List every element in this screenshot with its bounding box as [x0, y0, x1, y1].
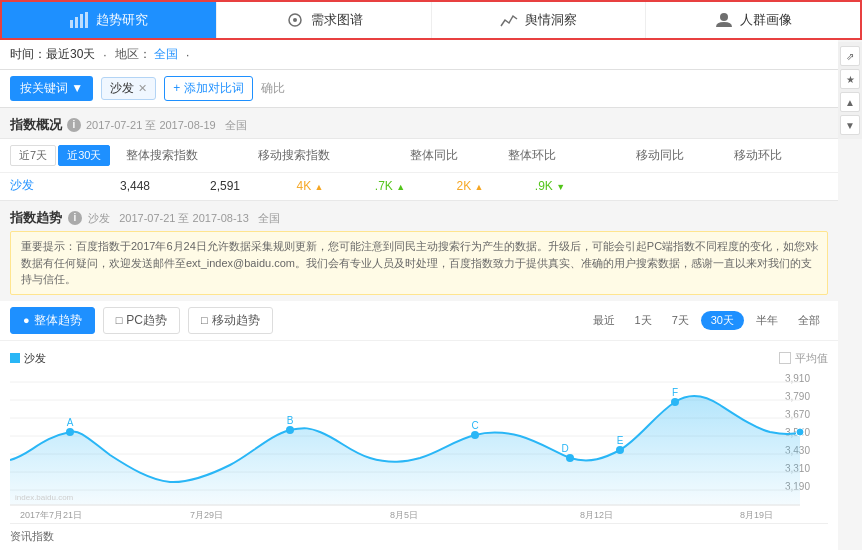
avg-label: 平均值 — [795, 351, 828, 366]
mobile-yoy-arrow — [475, 179, 484, 193]
keyword-text: 沙发 — [110, 80, 134, 97]
chart-tab-mobile-label: 移动趋势 — [212, 312, 260, 329]
chart-tab-overall[interactable]: ● 整体趋势 — [10, 307, 95, 334]
sentiment-icon — [499, 12, 519, 28]
sub-chart-svg: 18 — [10, 546, 820, 551]
svg-rect-2 — [80, 14, 83, 28]
region-link[interactable]: 全国 — [154, 47, 178, 61]
chart-tab-mobile[interactable]: □ 移动趋势 — [188, 307, 273, 334]
svg-text:B: B — [287, 415, 294, 426]
chart-legend: 沙发 平均值 — [10, 347, 828, 370]
chart-tab-pc-label: PC趋势 — [126, 312, 167, 329]
legend-keyword: 沙发 — [24, 351, 46, 366]
svg-point-29 — [616, 446, 624, 454]
svg-rect-0 — [70, 20, 73, 28]
clear-button[interactable]: 确比 — [261, 80, 285, 97]
col-overall-mom: 整体环比 — [508, 147, 556, 164]
time-btn-1d[interactable]: 1天 — [627, 311, 660, 330]
filter-bar: 时间：最近30天 · 地区： 全国 · — [0, 40, 838, 70]
svg-point-6 — [720, 13, 728, 21]
chart-svg-container: 3,910 3,790 3,670 3,550 3,430 3,310 3,19… — [10, 370, 828, 523]
time-btn-30d[interactable]: 30天 — [701, 311, 744, 330]
trend-section: 指数趋势 i 沙发 2017-07-21 至 2017-08-13 全国 重要提… — [0, 201, 838, 550]
row-overall-search: 3,448 — [90, 179, 180, 193]
time-btn-halfyear[interactable]: 半年 — [748, 311, 786, 330]
period-tab-7d[interactable]: 近7天 — [10, 145, 56, 166]
trend-meta: 沙发 2017-07-21 至 2017-08-13 全国 — [88, 211, 280, 226]
chart-controls: ● 整体趋势 □ PC趋势 □ 移动趋势 最近 1天 7天 30天 半年 — [0, 301, 838, 341]
up-button[interactable]: ▲ — [840, 92, 860, 112]
top-nav: 趋势研究 需求图谱 舆情洞察 人群画像 — [0, 0, 862, 40]
period-tabs: 近7天 近30天 — [10, 145, 110, 166]
svg-point-23 — [286, 426, 294, 434]
chart-tab-overall-label: 整体趋势 — [34, 312, 82, 329]
stats-header: 近7天 近30天 整体搜索指数 移动搜索指数 整体同比 整体环比 移动同比 移动… — [0, 139, 838, 173]
sub-chart-area: 资讯指数 18 — [10, 523, 828, 551]
filter-divider2: · — [186, 48, 189, 62]
main-content: 时间：最近30天 · 地区： 全国 · 按关键词 ▼ 沙发 ✕ + 添加对比词 … — [0, 40, 838, 550]
row-overall-yoy: 4K — [270, 179, 350, 193]
avg-checkbox[interactable] — [779, 352, 791, 364]
time-btn-recent[interactable]: 最近 — [585, 311, 623, 330]
alert-close-button[interactable]: × — [811, 238, 819, 258]
period-tab-30d[interactable]: 近30天 — [58, 145, 110, 166]
share-button[interactable]: ⇗ — [840, 46, 860, 66]
index-overview-meta: 2017-07-21 至 2017-08-19 全国 — [86, 118, 247, 133]
overall-chart-icon: ● — [23, 314, 30, 326]
avg-toggle[interactable]: 平均值 — [779, 351, 828, 366]
page-wrapper: 趋势研究 需求图谱 舆情洞察 人群画像 时间：最近30天 · — [0, 0, 862, 550]
svg-rect-3 — [85, 12, 88, 28]
svg-text:7月29日: 7月29日 — [190, 510, 223, 520]
col-group-search: 整体搜索指数 移动搜索指数 — [126, 147, 330, 164]
row-mobile-yoy: 2K — [430, 179, 510, 193]
close-keyword-icon[interactable]: ✕ — [138, 82, 147, 95]
svg-point-27 — [566, 454, 574, 462]
time-btn-7d[interactable]: 7天 — [664, 311, 697, 330]
right-sidebar: ⇗ ★ ▲ ▼ — [838, 42, 862, 139]
alert-banner: 重要提示：百度指数于2017年6月24日允许数据采集规则更新，您可能注意到同民主… — [10, 231, 828, 295]
nav-item-demand[interactable]: 需求图谱 — [217, 2, 432, 38]
svg-point-31 — [671, 398, 679, 406]
time-btn-all[interactable]: 全部 — [790, 311, 828, 330]
region-prefix: 地区： — [115, 47, 151, 61]
trend-title: 指数趋势 — [10, 209, 62, 227]
trend-info-icon[interactable]: i — [68, 211, 82, 225]
nav-item-portrait[interactable]: 人群画像 — [646, 2, 860, 38]
sub-chart-label: 资讯指数 — [10, 527, 828, 546]
nav-label-demand: 需求图谱 — [311, 11, 363, 29]
down-button[interactable]: ▼ — [840, 115, 860, 135]
stats-data-row-sofa: 沙发 3,448 2,591 4K .7K 2K .9K — [0, 173, 838, 200]
keyword-filter-button[interactable]: 按关键词 ▼ — [10, 76, 93, 101]
svg-text:8月5日: 8月5日 — [390, 510, 418, 520]
nav-label-trend: 趋势研究 — [96, 11, 148, 29]
time-range-tabs: 最近 1天 7天 30天 半年 全部 — [585, 311, 829, 330]
index-overview-title: 指数概况 — [10, 116, 62, 134]
col-overall-search: 整体搜索指数 — [126, 147, 198, 164]
row-keyword[interactable]: 沙发 — [10, 177, 90, 194]
alert-text: 重要提示：百度指数于2017年6月24日允许数据采集规则更新，您可能注意到同民主… — [21, 240, 816, 285]
chart-tab-pc[interactable]: □ PC趋势 — [103, 307, 180, 334]
mobile-mom-arrow — [556, 179, 565, 193]
legend-dot — [10, 353, 20, 363]
region-filter-label: 地区： 全国 — [115, 46, 178, 63]
overall-yoy-arrow — [315, 179, 324, 193]
trend-icon — [70, 12, 90, 28]
svg-text:C: C — [471, 420, 478, 431]
mobile-chart-icon: □ — [201, 314, 208, 326]
pc-chart-icon: □ — [116, 314, 123, 326]
time-filter-label: 时间：最近30天 — [10, 46, 95, 63]
nav-label-sentiment: 舆情洞察 — [525, 11, 577, 29]
col-group-mobile-yoy: 移动同比 移动环比 — [636, 147, 782, 164]
svg-text:8月19日: 8月19日 — [740, 510, 773, 520]
nav-item-sentiment[interactable]: 舆情洞察 — [432, 2, 647, 38]
col-mobile-mom: 移动环比 — [734, 147, 782, 164]
info-icon[interactable]: i — [67, 118, 81, 132]
svg-text:E: E — [617, 435, 624, 446]
bookmark-button[interactable]: ★ — [840, 69, 860, 89]
trend-chart-svg: 3,910 3,790 3,670 3,550 3,430 3,310 3,19… — [10, 370, 820, 520]
svg-text:8月12日: 8月12日 — [580, 510, 613, 520]
add-compare-button[interactable]: + 添加对比词 — [164, 76, 252, 101]
nav-item-trend[interactable]: 趋势研究 — [2, 2, 217, 38]
demand-icon — [285, 12, 305, 28]
nav-label-portrait: 人群画像 — [740, 11, 792, 29]
